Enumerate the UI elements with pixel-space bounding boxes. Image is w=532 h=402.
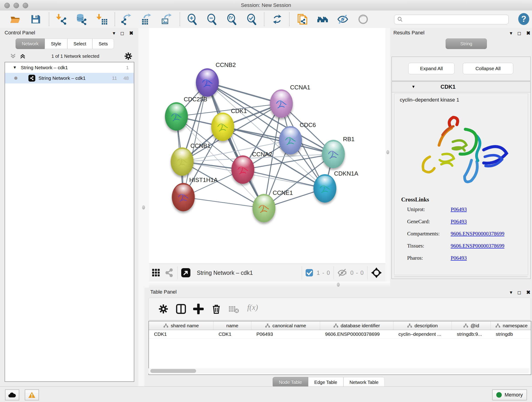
cell-namespace[interactable]: stringdb bbox=[491, 330, 531, 338]
import-network-database-icon[interactable] bbox=[76, 13, 87, 25]
edge-CDK1-RB1[interactable] bbox=[223, 127, 333, 154]
export-table-icon[interactable] bbox=[140, 13, 152, 25]
search-box[interactable] bbox=[394, 15, 509, 24]
column-header-@id[interactable]: @id bbox=[452, 321, 491, 330]
open-session-icon[interactable] bbox=[10, 13, 21, 25]
table-hscrollbar[interactable] bbox=[148, 368, 530, 374]
selected-checkbox-icon[interactable] bbox=[305, 269, 313, 277]
window-zoom-button[interactable] bbox=[23, 3, 28, 8]
tab-network[interactable]: Network bbox=[16, 38, 45, 49]
gene-header[interactable]: ▼ CDK1 bbox=[392, 82, 530, 92]
network-canvas[interactable]: CCNB2CCNA1CDC25BCDK1CDC6RB1CCNB1CCNA2CDK… bbox=[149, 28, 385, 264]
expand-all-chevron-icon[interactable] bbox=[9, 53, 17, 60]
cell-shared-name[interactable]: CDK1 bbox=[149, 330, 214, 338]
expand-all-button[interactable]: Expand All bbox=[408, 63, 455, 74]
cloud-status-button[interactable] bbox=[5, 389, 19, 400]
scrollbar-thumb[interactable] bbox=[150, 369, 196, 373]
tab-sets[interactable]: Sets bbox=[92, 38, 114, 49]
search-input[interactable] bbox=[403, 17, 508, 22]
panel-splitter-right[interactable] bbox=[385, 28, 390, 281]
node-CCNA2[interactable] bbox=[231, 155, 254, 184]
collapse-all-button[interactable]: Collapse All bbox=[463, 63, 513, 74]
zoom-out-icon[interactable] bbox=[206, 13, 218, 25]
gear-icon[interactable] bbox=[124, 52, 133, 60]
delete-column-icon[interactable] bbox=[211, 304, 222, 314]
splitter-grip-icon[interactable] bbox=[337, 283, 340, 287]
node-RB1[interactable] bbox=[322, 140, 345, 168]
tab-edge-table[interactable]: Edge Table bbox=[308, 377, 343, 388]
column-header-shared-name[interactable]: shared name bbox=[149, 321, 214, 330]
column-header-namespace[interactable]: namespace bbox=[491, 321, 531, 330]
column-header-database-identifier[interactable]: database identifier bbox=[320, 321, 393, 330]
node-CDKN1A[interactable] bbox=[313, 174, 336, 203]
node-table[interactable]: shared namename canonical name database … bbox=[148, 321, 531, 375]
grid-view-icon[interactable] bbox=[151, 268, 161, 278]
panel-close-icon[interactable]: ✖ bbox=[129, 31, 133, 36]
tab-select[interactable]: Select bbox=[67, 38, 93, 49]
edge-CCNA2-CDKN1A[interactable] bbox=[243, 170, 325, 188]
export-network-icon[interactable] bbox=[120, 13, 132, 25]
zoom-selected-icon[interactable] bbox=[246, 13, 258, 25]
cell-database-identifier[interactable]: 9606.ENSP00000378699 bbox=[320, 330, 393, 338]
crosslink-link[interactable]: P06493 bbox=[451, 219, 467, 225]
import-table-icon[interactable] bbox=[96, 13, 108, 25]
panel-menu-icon[interactable]: ▾ bbox=[510, 31, 512, 36]
show-all-networks-icon[interactable] bbox=[317, 13, 328, 25]
results-scrollbar[interactable] bbox=[394, 276, 528, 277]
panel-float-icon[interactable]: ◻ bbox=[517, 31, 521, 36]
column-header-name[interactable]: name bbox=[214, 321, 251, 330]
cell-name[interactable]: CDK1 bbox=[214, 330, 251, 338]
column-header-canonical-name[interactable]: canonical name bbox=[251, 321, 320, 330]
panel-float-icon[interactable]: ◻ bbox=[517, 290, 521, 295]
window-minimize-button[interactable] bbox=[13, 3, 19, 8]
node-CCNB2[interactable] bbox=[196, 68, 219, 97]
edge-CCNB2-CCNE1[interactable] bbox=[207, 83, 264, 208]
help-icon[interactable]: ? bbox=[517, 13, 530, 26]
network-row-selected[interactable]: String Network – cdk1 11 48 bbox=[5, 73, 134, 83]
gene-collapse-triangle-icon[interactable]: ▼ bbox=[412, 85, 415, 89]
cell-canonical-name[interactable]: P06493 bbox=[251, 330, 320, 338]
save-session-icon[interactable] bbox=[30, 13, 41, 25]
node-CCNA1[interactable] bbox=[270, 89, 293, 118]
collapse-all-chevron-icon[interactable] bbox=[19, 53, 27, 60]
panel-menu-icon[interactable]: ▾ bbox=[510, 290, 512, 295]
panel-close-icon[interactable]: ✖ bbox=[526, 31, 530, 36]
memory-button[interactable]: Memory bbox=[492, 389, 527, 400]
duplicate-network-icon[interactable] bbox=[297, 13, 308, 25]
zoom-in-icon[interactable] bbox=[186, 13, 198, 25]
crosslink-link[interactable]: 9606.ENSP00000378699 bbox=[451, 243, 505, 249]
node-CDC25B[interactable] bbox=[165, 102, 188, 131]
splitter-grip-icon[interactable] bbox=[386, 150, 389, 154]
network-collection-row[interactable]: ▼ String Network – cdk1 1 bbox=[5, 62, 134, 73]
hide-selected-icon[interactable] bbox=[337, 13, 348, 25]
crosslink-link[interactable]: P06493 bbox=[451, 255, 467, 261]
table-row[interactable]: CDK1CDK1P064939606.ENSP00000378699cyclin… bbox=[149, 330, 531, 338]
refresh-icon[interactable] bbox=[272, 13, 283, 25]
show-eye-icon[interactable] bbox=[357, 13, 369, 25]
node-CCNB1[interactable] bbox=[171, 147, 194, 176]
zoom-fit-icon[interactable] bbox=[226, 13, 238, 25]
table-gear-icon[interactable] bbox=[158, 304, 168, 314]
add-column-icon[interactable] bbox=[193, 304, 204, 314]
collection-expand-triangle-icon[interactable]: ▼ bbox=[13, 65, 17, 70]
splitter-grip-icon[interactable] bbox=[142, 205, 145, 210]
panel-float-icon[interactable]: ◻ bbox=[120, 31, 124, 36]
tab-network-table[interactable]: Network Table bbox=[343, 377, 385, 388]
node-CCNE1[interactable] bbox=[253, 194, 275, 222]
tab-string[interactable]: String bbox=[446, 38, 487, 49]
panel-menu-icon[interactable]: ▾ bbox=[113, 31, 115, 36]
column-header-description[interactable]: description bbox=[393, 321, 452, 330]
crosslink-link[interactable]: P06493 bbox=[451, 206, 467, 212]
node-CDK1[interactable] bbox=[211, 113, 234, 141]
node-HIST1H1A[interactable] bbox=[172, 183, 195, 211]
cell-description[interactable]: cyclin–dependent ... bbox=[393, 330, 452, 338]
window-close-button[interactable] bbox=[4, 3, 10, 8]
show-columns-icon[interactable] bbox=[176, 304, 186, 314]
center-view-crosshair-icon[interactable] bbox=[371, 267, 382, 279]
panel-close-icon[interactable]: ✖ bbox=[526, 290, 530, 295]
cell-@id[interactable]: stringdb:9... bbox=[452, 330, 491, 338]
warnings-button[interactable] bbox=[25, 389, 39, 400]
tab-style[interactable]: Style bbox=[45, 38, 67, 49]
birdseye-toggle-icon[interactable] bbox=[181, 268, 191, 278]
crosslink-link[interactable]: 9606.ENSP00000378699 bbox=[451, 231, 505, 237]
